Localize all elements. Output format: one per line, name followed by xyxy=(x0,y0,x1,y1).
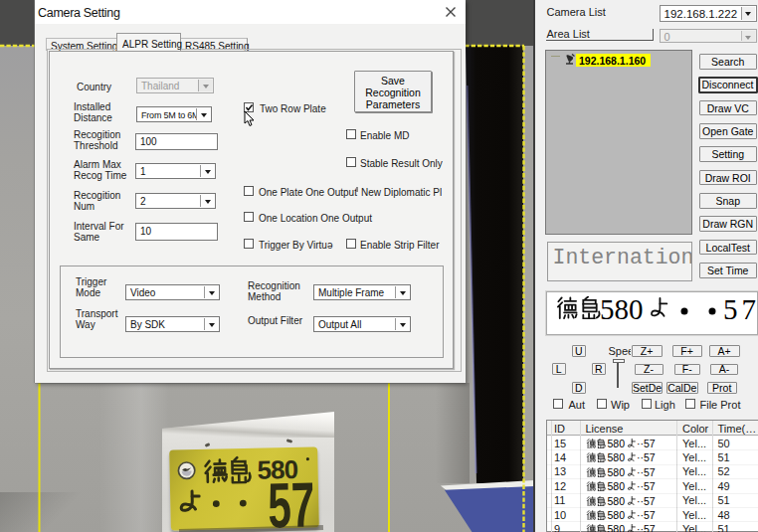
svg-text:··57: ··57 xyxy=(637,523,656,532)
svg-text:580: 580 xyxy=(607,480,625,492)
svg-text:··57: ··57 xyxy=(637,509,656,521)
svg-text:57: 57 xyxy=(723,293,756,325)
svg-text:580: 580 xyxy=(600,293,644,325)
svg-text:··57: ··57 xyxy=(637,495,656,507)
svg-text:580: 580 xyxy=(607,451,625,463)
svg-text:··57: ··57 xyxy=(637,480,656,492)
svg-text:580: 580 xyxy=(607,523,625,532)
svg-text:··57: ··57 xyxy=(637,451,656,463)
svg-text:··57: ··57 xyxy=(637,466,656,478)
svg-text:··57: ··57 xyxy=(637,438,656,449)
svg-text:580: 580 xyxy=(607,495,625,507)
svg-text:580: 580 xyxy=(607,438,625,449)
svg-text:580: 580 xyxy=(607,509,625,521)
svg-text:580: 580 xyxy=(607,466,625,478)
